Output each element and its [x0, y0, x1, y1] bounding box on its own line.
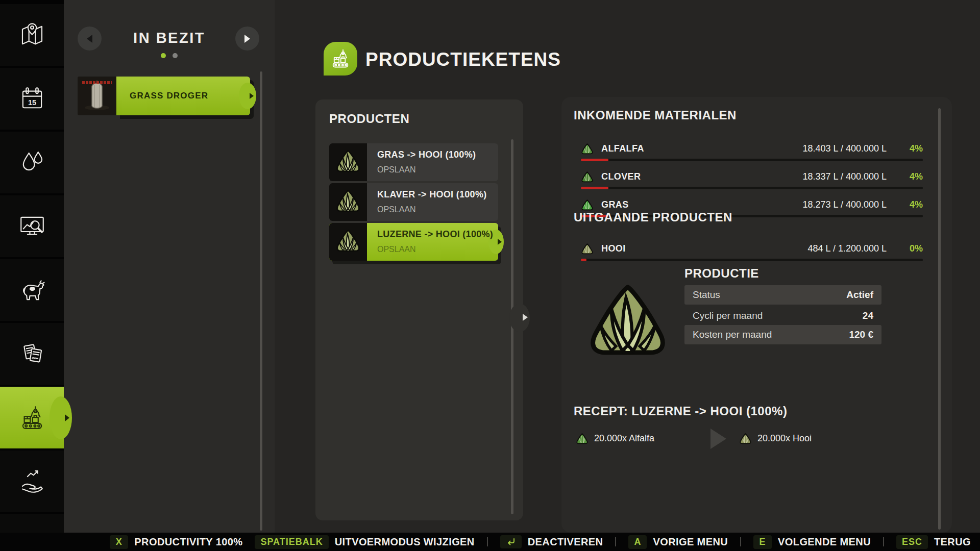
material-row-alfalfa: ALFALFA 18.403 L / 400.000 L 4%: [581, 142, 923, 161]
product-item-body: KLAVER -> HOOI (100%) OPSLAAN: [367, 183, 498, 221]
hay-icon: [739, 433, 752, 444]
production-title: PRODUCTIE: [684, 266, 759, 281]
detail-scrollbar[interactable]: [938, 108, 941, 530]
hint-previous-menu[interactable]: A VORIGE MENU: [628, 535, 728, 549]
fill-level-bar: [581, 159, 923, 161]
recipe-arrow-icon: [710, 429, 726, 449]
material-percent: 0%: [894, 243, 923, 254]
alfalfa-icon: [581, 143, 594, 155]
page-title: PRODUCTIEKETENS: [365, 49, 561, 70]
outgoing-title: UITGAANDE PRODUCTEN: [574, 210, 732, 224]
clover-icon: [581, 171, 594, 183]
alfalfa-icon: [576, 433, 589, 444]
production-chains-icon: [17, 403, 47, 433]
selected-product-arrow-icon: [498, 239, 502, 245]
product-item-body: LUZERNE -> HOOI (100%) OPSLAAN: [367, 223, 498, 261]
page-icon: [324, 42, 357, 76]
product-item-title: LUZERNE -> HOOI (100%): [377, 229, 498, 240]
product-item-klaver-hooi[interactable]: KLAVER -> HOOI (100%) OPSLAAN: [329, 183, 498, 221]
material-amount: 484 L / 1.200.000 L: [808, 243, 887, 254]
sidebar-item-weather[interactable]: [0, 132, 64, 193]
owned-scrollbar[interactable]: [260, 71, 262, 531]
page-dot[interactable]: [173, 53, 178, 58]
product-item-luzerne-hooi[interactable]: LUZERNE -> HOOI (100%) OPSLAAN: [329, 223, 498, 261]
page-dots: [64, 53, 275, 58]
sidebar-item-map[interactable]: [0, 4, 64, 66]
fill-level-value: [581, 259, 586, 261]
product-item-title: GRAS -> HOOI (100%): [377, 149, 498, 160]
sidebar-item-contracts[interactable]: [0, 323, 64, 385]
material-head: ALFALFA 18.403 L / 400.000 L 4%: [581, 142, 923, 155]
hint-label: PRODUCTIVITY 100%: [134, 536, 242, 548]
panel-expand-arrow-icon[interactable]: [523, 314, 528, 321]
separator: [487, 537, 488, 546]
product-item-title: KLAVER -> HOOI (100%): [377, 189, 498, 200]
material-name: GRAS: [601, 199, 795, 210]
sidebar-item-statistics[interactable]: [0, 195, 64, 257]
product-thumbnail: [329, 223, 367, 261]
separator: [883, 537, 884, 546]
row-value: Actief: [846, 289, 873, 300]
products-panel: PRODUCTEN GRAS -> HOOI (100%) OPSLAAN KL…: [315, 99, 523, 520]
key-a: A: [628, 535, 647, 549]
fill-level-value: [581, 159, 608, 161]
hint-deactivate[interactable]: DEACTIVEREN: [500, 535, 603, 548]
production-row-status: Status Actief: [684, 285, 881, 305]
incoming-title: INKOMENDE MATERIALEN: [574, 108, 737, 122]
production-row-costs: Kosten per maand 120 €: [684, 325, 881, 344]
sidebar-item-finances[interactable]: [0, 450, 64, 512]
material-name: ALFALFA: [601, 143, 795, 154]
sidebar-item-animals[interactable]: [0, 259, 64, 321]
product-item-subtitle: OPSLAAN: [377, 205, 498, 214]
hint-next-menu[interactable]: E VOLGENDE MENU: [753, 535, 871, 549]
material-row-hooi: HOOI 484 L / 1.200.000 L 0%: [581, 242, 923, 261]
material-amount: 18.403 L / 400.000 L: [803, 143, 887, 154]
calendar-icon: 15: [17, 84, 47, 114]
row-value: 120 €: [849, 329, 873, 340]
owned-item-arrow-icon: [250, 93, 254, 99]
hint-back[interactable]: ESC TERUG: [896, 535, 971, 549]
product-item-gras-hooi[interactable]: GRAS -> HOOI (100%) OPSLAAN: [329, 143, 498, 181]
fill-level-bar: [581, 259, 923, 261]
chevron-right-icon: [244, 35, 250, 43]
grass-icon: [581, 199, 594, 211]
finances-icon: [17, 467, 47, 496]
owned-item-thumbnail: [78, 77, 116, 115]
production-chains-screen: 15: [0, 0, 980, 551]
hint-label: VORIGE MENU: [653, 536, 728, 548]
material-percent: 4%: [894, 199, 923, 210]
key-spacebar: SPATIEBALK: [255, 535, 328, 549]
bottom-bar: X PRODUCTIVITY 100% SPATIEBALK UITVOERMO…: [0, 533, 980, 551]
key-e: E: [753, 535, 772, 549]
hint-productivity[interactable]: X PRODUCTIVITY 100%: [110, 535, 242, 549]
cow-icon: [17, 276, 47, 305]
missing-mod-marks: [82, 81, 112, 84]
recipe-input-label: 20.000x Alfalfa: [594, 433, 654, 444]
key-esc: ESC: [896, 535, 928, 549]
material-name: CLOVER: [601, 171, 795, 182]
hay-icon: [581, 243, 594, 255]
grass-pile-icon: [334, 149, 362, 176]
production-output-image: [582, 282, 674, 365]
material-row-clover: CLOVER 18.337 L / 400.000 L 4%: [581, 170, 923, 189]
product-item-subtitle: OPSLAAN: [377, 165, 498, 174]
hint-output-mode[interactable]: SPATIEBALK UITVOERMODUS WIJZIGEN: [255, 535, 474, 549]
hint-label: VOLGENDE MENU: [778, 536, 871, 548]
separator: [740, 537, 741, 546]
sidebar-item-calendar[interactable]: 15: [0, 68, 64, 130]
row-label: Cycli per maand: [693, 310, 863, 321]
grass-pile-icon: [334, 229, 362, 255]
material-head: HOOI 484 L / 1.200.000 L 0%: [581, 242, 923, 255]
sidebar-item-production-chains[interactable]: [0, 387, 64, 448]
material-head: GRAS 18.273 L / 400.000 L 4%: [581, 198, 923, 211]
grass-pile-icon: [334, 189, 362, 215]
owned-item-label-plate: GRASS DROGER: [116, 77, 250, 115]
production-row-cycles: Cycli per maand 24: [684, 307, 881, 325]
owned-next-button[interactable]: [235, 27, 259, 51]
product-thumbnail: [329, 183, 367, 221]
product-item-body: GRAS -> HOOI (100%) OPSLAAN: [367, 143, 498, 181]
page-dot-active[interactable]: [161, 53, 166, 58]
owned-item-grass-droger[interactable]: GRASS DROGER: [78, 77, 250, 115]
product-thumbnail: [329, 143, 367, 181]
key-x: X: [110, 535, 128, 549]
